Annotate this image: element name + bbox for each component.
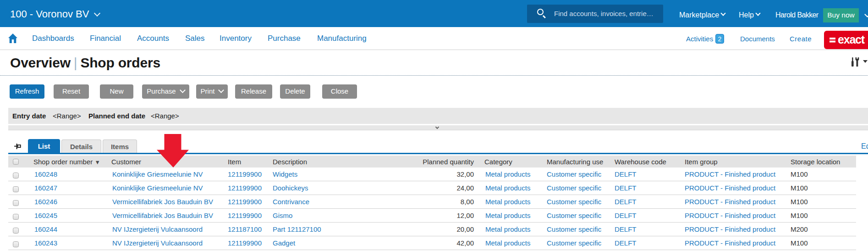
svg-text:exact: exact (838, 33, 865, 46)
